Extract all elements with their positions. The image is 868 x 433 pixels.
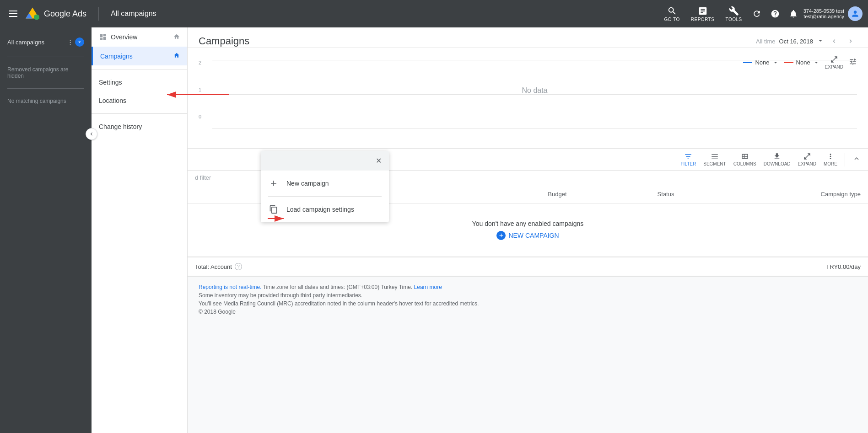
nav-sidebar: Overview Campaigns Settings Locations Ch…: [92, 27, 188, 433]
new-campaign-dropdown: ✕ New campaign Load campaign settings: [261, 151, 389, 222]
goto-button[interactable]: GO TO: [659, 3, 684, 25]
left-panel: All campaigns ⋮ Removed campaigns are hi…: [0, 27, 92, 433]
campaigns-home-icon[interactable]: [173, 52, 180, 60]
col-campaign-type: Campaign type: [681, 185, 868, 203]
sidebar-item-overview[interactable]: Overview: [92, 27, 187, 47]
new-campaign-button[interactable]: + NEW CAMPAIGN: [206, 231, 850, 240]
copy-icon: [268, 204, 279, 215]
chevron-left-icon: [88, 131, 95, 137]
reporting-link[interactable]: Reporting is not real-time.: [199, 284, 261, 290]
col-status: Status: [574, 185, 682, 203]
filter-label: FILTER: [681, 161, 696, 166]
chart-plot: No data: [212, 60, 857, 128]
total-info-icon[interactable]: ?: [235, 263, 242, 270]
panel-divider: [7, 57, 84, 57]
y-axis-2: 2: [199, 60, 212, 65]
columns-button[interactable]: COLUMNS: [733, 152, 756, 166]
expand-table-button[interactable]: EXPAND: [798, 152, 816, 166]
hamburger-menu-icon[interactable]: [5, 7, 21, 21]
toolbar-separator: [845, 153, 845, 166]
expand-table-icon: [803, 152, 811, 160]
new-campaign-circle-icon: +: [496, 231, 506, 240]
footer-inventory-line: Some inventory may be provided through t…: [199, 292, 857, 299]
overview-label: Overview: [111, 33, 137, 41]
footer-mrc-line: You'll see Media Rating Council (MRC) ac…: [199, 300, 857, 307]
chart-area: None None EXPAND 2: [188, 48, 868, 149]
dropdown-header: ✕: [261, 151, 389, 171]
page-title: Campaigns: [199, 35, 249, 47]
tools-icon: [729, 6, 739, 16]
collapse-sidebar-button[interactable]: [86, 128, 97, 140]
svg-point-2: [34, 15, 39, 20]
collapse-icon: [852, 155, 861, 163]
footer-copyright: © 2018 Google: [199, 309, 857, 315]
bell-icon: [789, 9, 798, 18]
sidebar-item-locations[interactable]: Locations: [92, 91, 187, 110]
content-copy-icon: [269, 205, 278, 214]
filter-button[interactable]: FILTER: [681, 152, 696, 166]
home-filled-icon: [173, 52, 180, 59]
current-page-label: All campaigns: [111, 10, 156, 18]
more-options-icon[interactable]: ⋮: [67, 39, 73, 46]
chevron-left-nav-icon: [830, 37, 838, 45]
footer-total: Total: Account ?: [195, 263, 242, 270]
date-next-button[interactable]: [844, 35, 857, 48]
dropdown-close-button[interactable]: ✕: [376, 156, 382, 165]
help-button[interactable]: [767, 5, 783, 22]
footer-reporting-line: Reporting is not real-time. Time zone fo…: [199, 284, 857, 290]
page-footer: Reporting is not real-time. Time zone fo…: [188, 276, 868, 324]
page-header: Campaigns All time Oct 16, 2018: [188, 27, 868, 48]
main-content: Campaigns All time Oct 16, 2018: [188, 27, 868, 433]
overview-icon: [99, 33, 107, 41]
user-info[interactable]: 374-285-0539 test test@ratin.agency: [803, 6, 863, 21]
timezone-text: Time zone for all dates and times: (GMT+…: [263, 284, 413, 290]
date-range: All time Oct 16, 2018: [756, 35, 857, 48]
refresh-icon: [752, 9, 761, 18]
removed-campaigns-msg: Removed campaigns are hidden: [0, 63, 92, 83]
total-budget-value: TRY0.00/day: [826, 263, 861, 270]
help-icon: [771, 9, 780, 18]
download-button[interactable]: DOWNLOAD: [764, 152, 791, 166]
filter-icon: [684, 152, 692, 160]
date-range-label: All time: [756, 38, 776, 45]
date-prev-button[interactable]: [828, 35, 841, 48]
reports-label: REPORTS: [691, 17, 715, 22]
collapse-table-button[interactable]: [852, 155, 861, 164]
download-label: DOWNLOAD: [764, 161, 791, 166]
new-campaign-option: New campaign: [286, 180, 329, 187]
download-icon: [773, 152, 781, 160]
home-icon: [173, 33, 180, 40]
segment-label: SEGMENT: [703, 161, 726, 166]
dropdown-load-settings[interactable]: Load campaign settings: [261, 197, 389, 222]
learn-more-link[interactable]: Learn more: [414, 284, 442, 290]
overview-home-icon[interactable]: [173, 33, 180, 41]
total-label: Total: Account: [195, 263, 232, 270]
sidebar-divider-2: [92, 113, 187, 114]
top-nav-right: GO TO REPORTS TOOLS 374-285-0539 test te…: [659, 3, 863, 25]
refresh-button[interactable]: [749, 5, 765, 22]
campaigns-label: Campaigns: [100, 53, 133, 60]
dropdown-new-campaign[interactable]: New campaign: [261, 171, 389, 196]
user-email: test@ratin.agency: [803, 14, 844, 19]
user-avatar[interactable]: [848, 6, 863, 21]
dropdown-toggle[interactable]: [75, 37, 84, 47]
top-navigation: Google Ads All campaigns GO TO REPORTS T…: [0, 0, 868, 27]
reports-button[interactable]: REPORTS: [686, 3, 719, 25]
date-dropdown[interactable]: [817, 37, 824, 46]
chart-y-axis: 2 1 0: [199, 60, 212, 128]
segment-button[interactable]: SEGMENT: [703, 152, 726, 166]
segment-icon: [711, 152, 719, 160]
expand-table-label: EXPAND: [798, 161, 816, 166]
table-footer: Total: Account ? TRY0.00/day: [188, 257, 868, 276]
tools-button[interactable]: TOOLS: [721, 3, 746, 25]
more-button[interactable]: MORE: [824, 152, 837, 166]
top-nav-left: Google Ads All campaigns: [5, 7, 156, 21]
tools-label: TOOLS: [725, 17, 742, 22]
notifications-button[interactable]: [785, 5, 802, 22]
no-data-text: No data: [522, 86, 547, 95]
panel-divider-2: [7, 88, 84, 89]
left-panel-all-campaigns[interactable]: All campaigns ⋮: [0, 33, 92, 51]
sidebar-item-settings[interactable]: Settings: [92, 73, 187, 91]
sidebar-item-campaigns[interactable]: Campaigns: [92, 47, 187, 65]
sidebar-item-change-history[interactable]: Change history: [92, 118, 187, 136]
